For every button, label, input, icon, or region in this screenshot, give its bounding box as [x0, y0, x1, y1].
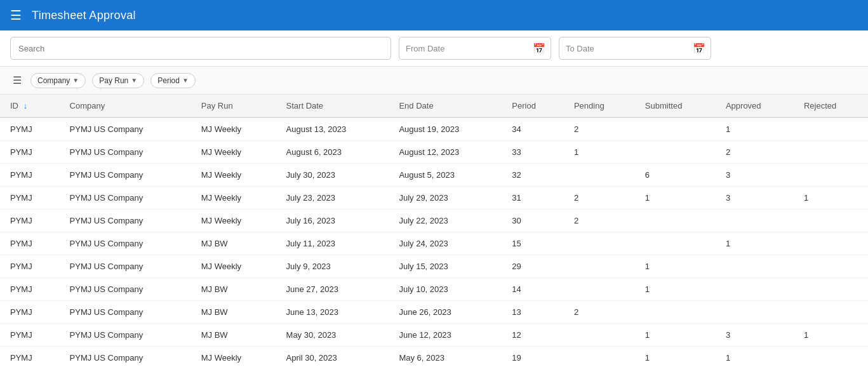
cell-company-5: PYMJ US Company — [60, 232, 191, 255]
col-header-company: Company — [60, 95, 191, 117]
menu-icon[interactable]: ☰ — [10, 8, 22, 23]
cell-rejected-0 — [794, 117, 868, 141]
cell-approved-4 — [716, 210, 794, 232]
cell-company-9: PYMJ US Company — [60, 324, 191, 347]
table-row[interactable]: PYMJPYMJ US CompanyMJ WeeklyJuly 16, 202… — [0, 210, 868, 232]
col-header-id[interactable]: ID ↓ — [0, 95, 60, 117]
col-header-period: Period — [502, 95, 564, 117]
cell-pay_run-3: MJ Weekly — [191, 187, 276, 210]
table-row[interactable]: PYMJPYMJ US CompanyMJ BWJune 27, 2023Jul… — [0, 278, 868, 301]
cell-id-3: PYMJ — [0, 187, 60, 210]
table-row[interactable]: PYMJPYMJ US CompanyMJ BWJuly 11, 2023Jul… — [0, 232, 868, 255]
cell-pay_run-5: MJ BW — [191, 232, 276, 255]
table-row[interactable]: PYMJPYMJ US CompanyMJ WeeklyJuly 9, 2023… — [0, 255, 868, 278]
cell-company-1: PYMJ US Company — [60, 141, 191, 164]
cell-submitted-2: 6 — [635, 164, 716, 187]
cell-start_date-8: June 13, 2023 — [276, 301, 389, 324]
cell-submitted-0 — [635, 117, 716, 141]
cell-pay_run-9: MJ BW — [191, 324, 276, 347]
cell-approved-2: 3 — [716, 164, 794, 187]
cell-rejected-9: 1 — [794, 324, 868, 347]
cell-id-5: PYMJ — [0, 232, 60, 255]
cell-start_date-6: July 9, 2023 — [276, 255, 389, 278]
cell-submitted-6: 1 — [635, 255, 716, 278]
cell-company-6: PYMJ US Company — [60, 255, 191, 278]
cell-id-7: PYMJ — [0, 278, 60, 301]
cell-rejected-6 — [794, 255, 868, 278]
cell-pending-0: 2 — [564, 117, 635, 141]
table-row[interactable]: PYMJPYMJ US CompanyMJ WeeklyApril 30, 20… — [0, 347, 868, 368]
table-row[interactable]: PYMJPYMJ US CompanyMJ WeeklyAugust 13, 2… — [0, 117, 868, 141]
cell-end_date-3: July 29, 2023 — [389, 187, 502, 210]
cell-pay_run-6: MJ Weekly — [191, 255, 276, 278]
cell-rejected-3: 1 — [794, 187, 868, 210]
cell-rejected-1 — [794, 141, 868, 164]
to-date-label: To Date — [559, 44, 688, 53]
cell-end_date-5: July 24, 2023 — [389, 232, 502, 255]
payrun-chip-arrow: ▼ — [131, 77, 137, 84]
col-header-pending: Pending — [564, 95, 635, 117]
cell-approved-8 — [716, 301, 794, 324]
table-row[interactable]: PYMJPYMJ US CompanyMJ WeeklyAugust 6, 20… — [0, 141, 868, 164]
cell-approved-6 — [716, 255, 794, 278]
cell-approved-0: 1 — [716, 117, 794, 141]
table-header: ID ↓ Company Pay Run Start Date End Date… — [0, 95, 868, 117]
cell-approved-3: 3 — [716, 187, 794, 210]
company-filter-chip[interactable]: Company ▼ — [30, 73, 86, 88]
cell-company-10: PYMJ US Company — [60, 347, 191, 368]
cell-id-10: PYMJ — [0, 347, 60, 368]
from-date-calendar-icon[interactable]: 📅 — [528, 43, 551, 55]
cell-pay_run-8: MJ BW — [191, 301, 276, 324]
table-row[interactable]: PYMJPYMJ US CompanyMJ WeeklyJuly 30, 202… — [0, 164, 868, 187]
cell-id-6: PYMJ — [0, 255, 60, 278]
col-header-approved: Approved — [716, 95, 794, 117]
cell-period-5: 15 — [502, 232, 564, 255]
cell-company-8: PYMJ US Company — [60, 301, 191, 324]
cell-submitted-1 — [635, 141, 716, 164]
filter-icon-button[interactable]: ☰ — [10, 72, 24, 89]
to-date-wrapper: To Date 📅 — [559, 37, 711, 60]
table-row[interactable]: PYMJPYMJ US CompanyMJ BWMay 30, 2023June… — [0, 324, 868, 347]
table-row[interactable]: PYMJPYMJ US CompanyMJ BWJune 13, 2023Jun… — [0, 301, 868, 324]
cell-end_date-9: June 12, 2023 — [389, 324, 502, 347]
cell-id-8: PYMJ — [0, 301, 60, 324]
cell-period-4: 30 — [502, 210, 564, 232]
cell-start_date-4: July 16, 2023 — [276, 210, 389, 232]
cell-submitted-7: 1 — [635, 278, 716, 301]
cell-company-3: PYMJ US Company — [60, 187, 191, 210]
cell-pay_run-10: MJ Weekly — [191, 347, 276, 368]
to-date-calendar-icon[interactable]: 📅 — [688, 43, 711, 55]
cell-end_date-6: July 15, 2023 — [389, 255, 502, 278]
cell-company-4: PYMJ US Company — [60, 210, 191, 232]
cell-period-3: 31 — [502, 187, 564, 210]
cell-period-7: 14 — [502, 278, 564, 301]
cell-start_date-7: June 27, 2023 — [276, 278, 389, 301]
cell-pending-1: 1 — [564, 141, 635, 164]
period-filter-chip[interactable]: Period ▼ — [150, 73, 196, 88]
cell-rejected-2 — [794, 164, 868, 187]
payrun-filter-chip[interactable]: Pay Run ▼ — [92, 73, 144, 88]
cell-approved-1: 2 — [716, 141, 794, 164]
cell-start_date-0: August 13, 2023 — [276, 117, 389, 141]
cell-pending-8: 2 — [564, 301, 635, 324]
table-row[interactable]: PYMJPYMJ US CompanyMJ WeeklyJuly 23, 202… — [0, 187, 868, 210]
from-date-label: From Date — [399, 44, 528, 53]
cell-start_date-3: July 23, 2023 — [276, 187, 389, 210]
cell-id-0: PYMJ — [0, 117, 60, 141]
cell-id-4: PYMJ — [0, 210, 60, 232]
cell-end_date-7: July 10, 2023 — [389, 278, 502, 301]
cell-end_date-4: July 22, 2023 — [389, 210, 502, 232]
app-header: ☰ Timesheet Approval — [0, 0, 868, 30]
cell-pending-3: 2 — [564, 187, 635, 210]
cell-pending-4: 2 — [564, 210, 635, 232]
cell-submitted-3: 1 — [635, 187, 716, 210]
cell-rejected-8 — [794, 301, 868, 324]
cell-period-9: 12 — [502, 324, 564, 347]
cell-submitted-5 — [635, 232, 716, 255]
cell-end_date-0: August 19, 2023 — [389, 117, 502, 141]
search-input[interactable] — [10, 37, 391, 60]
cell-company-0: PYMJ US Company — [60, 117, 191, 141]
id-sort-icon: ↓ — [23, 101, 28, 110]
cell-pending-10 — [564, 347, 635, 368]
cell-period-6: 29 — [502, 255, 564, 278]
